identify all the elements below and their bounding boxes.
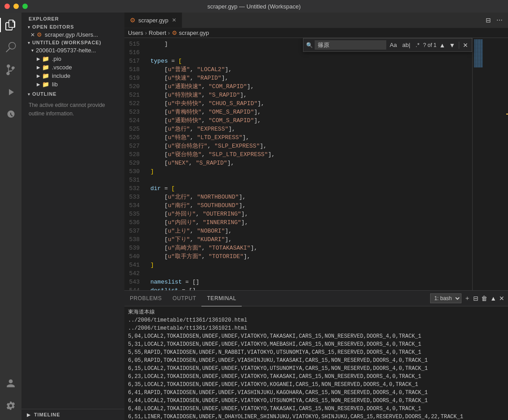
search-activity-icon[interactable]: [0, 37, 21, 58]
code-editor[interactable]: ] types = [ [u"普通", "LOCAL2"], [u"快速", "…: [147, 38, 472, 290]
kill-terminal-icon[interactable]: 🗑: [481, 295, 487, 302]
minimap-content: ████████████████████████████████████████…: [473, 38, 508, 290]
explorer-activity-icon[interactable]: [0, 14, 21, 36]
new-terminal-icon[interactable]: ＋: [464, 294, 470, 302]
folder-lib-label: lib: [52, 81, 58, 88]
code-line: [150, 176, 469, 184]
breadcrumb-users[interactable]: Users: [128, 30, 143, 36]
line-number: 535: [124, 210, 140, 218]
code-line: [u"中央特快", "CHUO_S_RAPID"],: [150, 99, 469, 108]
breadcrumb: Users › Robert › ⚙ scraper.gyp: [124, 28, 508, 38]
editor-tab-scraper-gyp[interactable]: ⚙ scraper.gyp ✕: [124, 13, 182, 28]
folder-include-arrow: ▶: [35, 73, 42, 78]
close-panel-icon[interactable]: ✕: [499, 295, 504, 302]
split-terminal-icon[interactable]: ⊟: [473, 295, 478, 302]
terminal-shell-select[interactable]: 1: bash: [430, 293, 461, 303]
panel-tab-terminal[interactable]: TERMINAL: [201, 291, 241, 306]
code-line: ]: [150, 261, 469, 269]
breadcrumb-sep-2: ›: [168, 30, 170, 36]
maximize-button[interactable]: [22, 4, 28, 9]
terminal-line: 6,15,LOCAL2,TOKAIDOSEN,UNDEF,UNDEF,VIATO…: [128, 365, 504, 373]
code-line: types = [: [150, 57, 469, 65]
find-count: ? of 1: [423, 42, 436, 48]
line-number: 522: [124, 99, 140, 108]
find-input[interactable]: [315, 40, 386, 50]
open-editor-item[interactable]: ✕ ⚙ scraper.gyp /Users...: [21, 30, 124, 39]
terminal-line: 6,48,LOCAL2,TOKAIDOSEN,UNDEF,UNDEF,VIATO…: [128, 405, 504, 413]
accounts-activity-icon[interactable]: [0, 373, 21, 394]
breadcrumb-sep-1: ›: [145, 30, 147, 36]
panel-tab-output[interactable]: OUTPUT: [167, 291, 202, 306]
code-line: [u"下り", "KUDARI"],: [150, 235, 469, 244]
source-control-activity-icon[interactable]: [0, 59, 21, 81]
code-line: [u"南行", "SOUTHBOUND"],: [150, 201, 469, 210]
code-line: [u"内回り", "INNERRING"],: [150, 218, 469, 227]
folder-vscode[interactable]: ▶ 📁 .vscode: [21, 63, 124, 72]
open-editors-title: OPEN EDITORS: [32, 24, 74, 30]
breadcrumb-filename[interactable]: scraper.gyp: [179, 30, 209, 36]
activity-bar: [0, 13, 21, 420]
workspace-root[interactable]: ▾ 200601-095737-helte...: [21, 46, 124, 55]
window-controls[interactable]: [4, 4, 28, 9]
editor-content: 🔍 Aa ab| .* ? of 1 ▲ ▼ ✕ 515516517518519…: [124, 38, 508, 290]
editor-area: ⚙ scraper.gyp ✕ ⊟ ⋯ Users › Robert › ⚙ s…: [124, 13, 508, 420]
breadcrumb-file-icon: ⚙: [172, 30, 177, 36]
folder-lib-arrow: ▶: [35, 82, 42, 87]
extensions-activity-icon[interactable]: [0, 104, 21, 125]
code-line: ]: [150, 167, 469, 176]
line-number: 524: [124, 116, 140, 125]
line-number: 544: [124, 286, 140, 290]
editor-tabs: ⚙ scraper.gyp ✕ ⊟ ⋯: [124, 13, 508, 28]
code-line: [u"特急", "LTD_EXPRESS"],: [150, 133, 469, 142]
find-separator: [459, 42, 459, 49]
open-editors-header[interactable]: ▾ OPEN EDITORS: [21, 23, 124, 30]
close-tab-icon[interactable]: ✕: [30, 32, 35, 38]
terminal-line: 5,31,LOCAL2,TOKAIDOSEN,UNDEF,UNDEF,VIATO…: [128, 340, 504, 348]
line-number: 530: [124, 167, 140, 176]
outline-header[interactable]: ▾ OUTLINE: [21, 90, 124, 98]
code-line: [u"通勤特快", "COM_S_RAPID"],: [150, 116, 469, 125]
timeline-title: TIMELINE: [34, 412, 60, 417]
timeline-header[interactable]: ▶ TIMELINE: [21, 409, 124, 420]
tab-close-icon[interactable]: ✕: [172, 17, 176, 23]
find-regex-btn[interactable]: .*: [414, 41, 422, 49]
run-activity-icon[interactable]: [0, 81, 21, 103]
settings-activity-icon[interactable]: [0, 395, 21, 416]
code-line: destlist = []: [150, 286, 469, 290]
workspace-header[interactable]: ▾ UNTITLED (WORKSPACE): [21, 39, 124, 46]
minimize-button[interactable]: [13, 4, 19, 9]
folder-lib[interactable]: ▶ 📁 lib: [21, 80, 124, 89]
tab-filename: scraper.gyp: [138, 17, 168, 24]
find-whole-word-btn[interactable]: ab|: [401, 41, 412, 49]
folder-include[interactable]: ▶ 📁 include: [21, 72, 124, 80]
panel: PROBLEMS OUTPUT TERMINAL 1: bash ＋ ⊟ 🗑 ▲…: [124, 290, 508, 420]
tab-actions: ⊟ ⋯: [480, 13, 508, 28]
line-number: 542: [124, 269, 140, 278]
folder-pio[interactable]: ▶ 📁 .pio: [21, 55, 124, 63]
line-number: 532: [124, 184, 140, 193]
line-number: 538: [124, 235, 140, 244]
line-number: 516: [124, 48, 140, 57]
close-button[interactable]: [4, 4, 10, 9]
find-next-btn[interactable]: ▼: [448, 41, 456, 50]
outline-arrow: ▾: [25, 92, 32, 97]
panel-tabs: PROBLEMS OUTPUT TERMINAL 1: bash ＋ ⊟ 🗑 ▲…: [124, 291, 508, 306]
terminal-line: 6,05,RAPID,TOKAIDOSEN,UNDEF,UNDEF,VIASHI…: [128, 356, 504, 365]
open-editors-arrow: ▾: [25, 25, 32, 30]
terminal-content[interactable]: 東海道本線../2006/timetable/tt1361/1361020.ht…: [124, 306, 508, 420]
folder-pio-label: .pio: [52, 55, 61, 62]
line-number: 521: [124, 91, 140, 99]
code-line: [u"外回り", "OUTERRING"],: [150, 210, 469, 218]
find-match-case-btn[interactable]: Aa: [388, 41, 399, 49]
line-number: 517: [124, 57, 140, 65]
line-number: 539: [124, 244, 140, 252]
terminal-line: 6,51,LINER,TOKAIDOSEN,UNDEF,N_OHAYOLINER…: [128, 413, 504, 420]
split-editor-icon[interactable]: ⊟: [484, 16, 493, 25]
minimap[interactable]: ████████████████████████████████████████…: [472, 38, 508, 290]
panel-tab-problems[interactable]: PROBLEMS: [124, 291, 167, 306]
breadcrumb-robert[interactable]: Robert: [149, 30, 166, 36]
find-close-btn[interactable]: ✕: [462, 41, 469, 50]
maximize-panel-icon[interactable]: ▲: [490, 295, 496, 302]
more-actions-icon[interactable]: ⋯: [495, 16, 504, 25]
find-prev-btn[interactable]: ▲: [438, 41, 446, 50]
